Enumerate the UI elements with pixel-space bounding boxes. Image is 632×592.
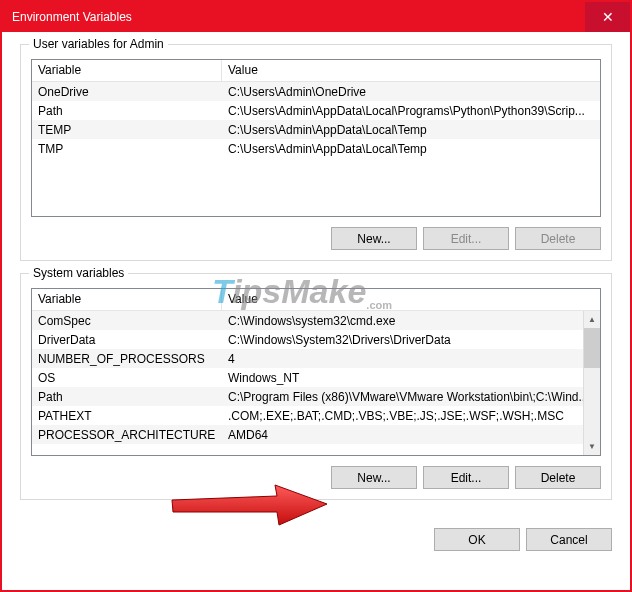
system-delete-button[interactable]: Delete — [515, 466, 601, 489]
cell-value: 4 — [222, 351, 600, 367]
user-delete-button[interactable]: Delete — [515, 227, 601, 250]
titlebar: Environment Variables ✕ — [2, 2, 630, 32]
column-variable[interactable]: Variable — [32, 60, 222, 81]
scroll-up-icon[interactable]: ▲ — [584, 311, 600, 328]
table-row[interactable]: OS Windows_NT — [32, 368, 600, 387]
system-buttons-row: New... Edit... Delete — [31, 466, 601, 489]
table-row[interactable]: Path C:\Users\Admin\AppData\Local\Progra… — [32, 101, 600, 120]
cell-name: NUMBER_OF_PROCESSORS — [32, 351, 222, 367]
cancel-button[interactable]: Cancel — [526, 528, 612, 551]
cell-value: C:\Users\Admin\AppData\Local\Programs\Py… — [222, 103, 600, 119]
cell-name: PROCESSOR_ARCHITECTURE — [32, 427, 222, 443]
table-row[interactable]: OneDrive C:\Users\Admin\OneDrive — [32, 82, 600, 101]
cell-value: C:\Windows\system32\cmd.exe — [222, 313, 600, 329]
dialog-buttons: OK Cancel — [2, 526, 630, 551]
cell-name: TEMP — [32, 122, 222, 138]
close-button[interactable]: ✕ — [585, 2, 630, 32]
cell-name: Path — [32, 103, 222, 119]
table-row[interactable]: TEMP C:\Users\Admin\AppData\Local\Temp — [32, 120, 600, 139]
user-variables-label: User variables for Admin — [29, 37, 168, 51]
table-row[interactable]: DriverData C:\Windows\System32\Drivers\D… — [32, 330, 600, 349]
user-variables-group: User variables for Admin Variable Value … — [20, 44, 612, 261]
scroll-thumb[interactable] — [584, 328, 600, 368]
scroll-down-icon[interactable]: ▼ — [584, 438, 600, 455]
system-edit-button[interactable]: Edit... — [423, 466, 509, 489]
cell-name: PATHEXT — [32, 408, 222, 424]
cell-value: C:\Program Files (x86)\VMware\VMware Wor… — [222, 389, 600, 405]
cell-name: Path — [32, 389, 222, 405]
window-title: Environment Variables — [12, 10, 132, 24]
system-variables-list[interactable]: Variable Value ComSpec C:\Windows\system… — [31, 288, 601, 456]
user-variables-list[interactable]: Variable Value OneDrive C:\Users\Admin\O… — [31, 59, 601, 217]
cell-name: DriverData — [32, 332, 222, 348]
user-list-header: Variable Value — [32, 60, 600, 82]
table-row[interactable]: ComSpec C:\Windows\system32\cmd.exe — [32, 311, 600, 330]
cell-value: C:\Windows\System32\Drivers\DriverData — [222, 332, 600, 348]
column-value[interactable]: Value — [222, 289, 600, 310]
close-icon: ✕ — [602, 9, 614, 25]
user-edit-button[interactable]: Edit... — [423, 227, 509, 250]
cell-value: C:\Users\Admin\AppData\Local\Temp — [222, 141, 600, 157]
cell-value: Windows_NT — [222, 370, 600, 386]
table-row[interactable]: PROCESSOR_ARCHITECTURE AMD64 — [32, 425, 600, 444]
scrollbar[interactable]: ▲ ▼ — [583, 311, 600, 455]
cell-value: C:\Users\Admin\AppData\Local\Temp — [222, 122, 600, 138]
table-row[interactable]: TMP C:\Users\Admin\AppData\Local\Temp — [32, 139, 600, 158]
table-row[interactable]: Path C:\Program Files (x86)\VMware\VMwar… — [32, 387, 600, 406]
user-new-button[interactable]: New... — [331, 227, 417, 250]
column-value[interactable]: Value — [222, 60, 600, 81]
cell-name: OS — [32, 370, 222, 386]
user-buttons-row: New... Edit... Delete — [31, 227, 601, 250]
system-new-button[interactable]: New... — [331, 466, 417, 489]
table-row[interactable]: PATHEXT .COM;.EXE;.BAT;.CMD;.VBS;.VBE;.J… — [32, 406, 600, 425]
cell-value: .COM;.EXE;.BAT;.CMD;.VBS;.VBE;.JS;.JSE;.… — [222, 408, 600, 424]
column-variable[interactable]: Variable — [32, 289, 222, 310]
system-variables-label: System variables — [29, 266, 128, 280]
system-list-header: Variable Value — [32, 289, 600, 311]
cell-value: AMD64 — [222, 427, 600, 443]
table-row[interactable]: NUMBER_OF_PROCESSORS 4 — [32, 349, 600, 368]
system-variables-group: System variables Variable Value ComSpec … — [20, 273, 612, 500]
ok-button[interactable]: OK — [434, 528, 520, 551]
cell-name: TMP — [32, 141, 222, 157]
cell-name: OneDrive — [32, 84, 222, 100]
cell-value: C:\Users\Admin\OneDrive — [222, 84, 600, 100]
dialog-content: User variables for Admin Variable Value … — [2, 32, 630, 526]
cell-name: ComSpec — [32, 313, 222, 329]
